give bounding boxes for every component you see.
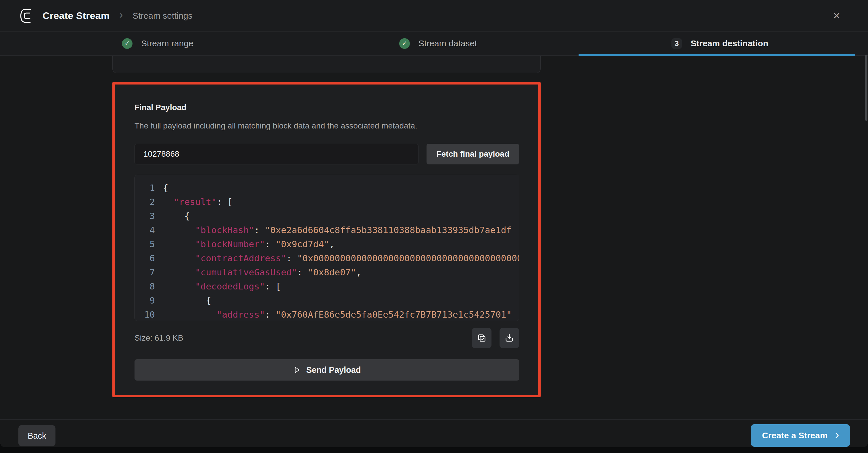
fetch-final-payload-button[interactable]: Fetch final payload [427,144,519,164]
copy-icon [477,333,487,343]
stepper: ✓ Stream range ✓ Stream dataset 3 Stream… [0,32,868,56]
line-number: 5 [140,237,155,251]
line-number: 9 [140,294,155,307]
final-payload-section: Final Payload The full payload including… [115,85,538,395]
play-icon [293,366,301,374]
step-label: Stream dataset [418,38,477,48]
step-stream-range[interactable]: ✓ Stream range [122,32,193,55]
code-line: 1{ [140,181,519,195]
code-line: 3 { [140,209,519,223]
step-stream-dataset[interactable]: ✓ Stream dataset [399,32,477,55]
quicknode-logo-icon [19,8,34,24]
line-number: 6 [140,251,155,265]
scrollbar-thumb[interactable] [865,55,867,121]
step-label: Stream destination [691,38,768,48]
code-line: 6 "contractAddress": "0x0000000000000000… [140,251,519,265]
page-title: Create Stream [42,10,110,21]
breadcrumb: Stream settings [132,11,192,21]
line-number: 4 [140,223,155,237]
breadcrumb-chevron-icon: › [119,9,123,21]
code-line: 4 "blockHash": "0xe2a6d6604c8ffa5b338110… [140,223,519,237]
line-number: 2 [140,195,155,209]
chevron-right-icon: › [835,428,839,441]
back-button[interactable]: Back [19,425,56,446]
content-area: Final Payload The full payload including… [0,57,868,419]
download-icon [504,333,514,343]
code-line: 7 "cumulativeGasUsed": "0x8de07", [140,265,519,279]
code-line: 10 "address": "0x760AfE86e5de5fa0Ee542fc… [140,307,519,321]
create-stream-label: Create a Stream [762,430,828,440]
previous-card-partial [113,56,540,73]
create-stream-modal: Create Stream › Stream settings ✕ ✓ Stre… [0,0,868,447]
check-icon: ✓ [399,38,410,49]
code-actions [472,328,519,348]
copy-button[interactable] [472,328,492,348]
line-number: 8 [140,279,155,294]
download-button[interactable] [499,328,519,348]
size-row: Size: 61.9 KB [134,328,519,348]
code-line: 8 "decodedLogs": [ [140,279,519,294]
section-description: The full payload including all matching … [134,121,519,130]
create-stream-button[interactable]: Create a Stream › [751,424,850,447]
block-number-input[interactable] [134,144,418,164]
send-payload-label: Send Payload [306,365,361,375]
modal-footer: Back Create a Stream › [0,419,868,447]
code-line: 5 "blockNumber": "0x9cd7d4", [140,237,519,251]
step-number-badge: 3 [672,38,682,49]
code-line: 9 { [140,294,519,307]
payload-code-viewer[interactable]: 1{2 "result": [3 {4 "blockHash": "0xe2a6… [134,175,519,321]
active-step-underline [579,54,855,56]
send-payload-button[interactable]: Send Payload [134,359,519,381]
code-line: 2 "result": [ [140,195,519,209]
step-stream-destination[interactable]: 3 Stream destination [672,32,768,55]
modal-header: Create Stream › Stream settings ✕ [0,0,868,32]
line-number: 7 [140,265,155,279]
section-title: Final Payload [134,103,519,112]
fetch-row: Fetch final payload [134,144,519,164]
close-button[interactable]: ✕ [830,9,844,23]
check-icon: ✓ [122,38,132,49]
line-number: 3 [140,209,155,223]
line-number: 10 [140,307,155,321]
final-payload-highlight-frame: Final Payload The full payload including… [113,82,540,397]
payload-size-label: Size: 61.9 KB [134,333,183,343]
step-label: Stream range [141,38,193,48]
line-number: 1 [140,181,155,195]
